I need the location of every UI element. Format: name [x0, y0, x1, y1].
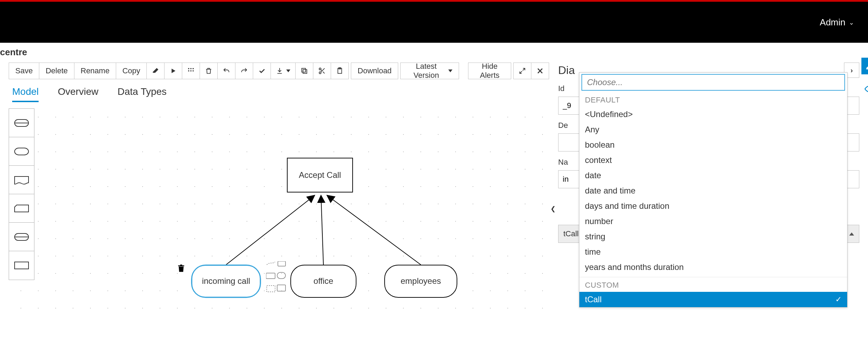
data-type-value: tCall: [563, 229, 579, 238]
svg-rect-19: [278, 261, 286, 266]
svg-point-4: [190, 70, 192, 72]
user-menu[interactable]: Admin ⌄: [820, 17, 854, 28]
play-icon: [169, 67, 177, 75]
download-button[interactable]: Download: [351, 63, 398, 79]
check-icon: [258, 67, 266, 75]
eraser-icon: [152, 67, 159, 75]
dropdown-option[interactable]: string: [579, 229, 847, 244]
expand-icon: [519, 67, 526, 75]
duplicate-icon: [300, 67, 308, 75]
copy-button[interactable]: Copy: [116, 63, 147, 79]
grid-button[interactable]: [182, 63, 200, 79]
duplicate-button[interactable]: [296, 63, 313, 79]
dropdown-option[interactable]: <Undefined>: [579, 107, 847, 122]
eraser-button[interactable]: [147, 63, 164, 79]
dropdown-option[interactable]: time: [579, 244, 847, 260]
expand-button[interactable]: [513, 63, 531, 79]
dropdown-option[interactable]: years and months duration: [579, 260, 847, 275]
user-menu-label: Admin: [820, 17, 845, 28]
caret-down-icon: [286, 69, 290, 72]
dropdown-option[interactable]: date: [579, 168, 847, 183]
dropdown-group-custom: CUSTOM: [579, 277, 847, 292]
trash-icon: [205, 67, 212, 75]
palette-text-annotation[interactable]: [9, 223, 34, 251]
data-type-dropdown: DEFAULT <Undefined> Any boolean context …: [579, 72, 847, 307]
hide-alerts-button[interactable]: Hide Alerts: [468, 63, 511, 79]
svg-rect-6: [303, 69, 307, 73]
tab-overview[interactable]: Overview: [58, 86, 98, 102]
close-icon: [536, 67, 544, 75]
edit-properties-button[interactable]: [861, 58, 868, 74]
diagram-connectors: [9, 105, 551, 320]
decision-icon: [14, 260, 29, 271]
diagram-canvas[interactable]: Accept Call incoming call office employe…: [9, 105, 551, 320]
edit-strip: [861, 58, 868, 97]
knowledge-source-icon: [14, 174, 29, 186]
save-button[interactable]: Save: [9, 63, 39, 79]
palette-decision[interactable]: [9, 251, 34, 280]
validate-button[interactable]: [253, 63, 271, 79]
svg-point-9: [319, 72, 321, 74]
close-button[interactable]: [531, 63, 549, 79]
svg-rect-7: [302, 68, 306, 72]
caret-up-icon: [849, 232, 854, 236]
trash-button[interactable]: [200, 63, 218, 79]
preview-button[interactable]: [861, 81, 868, 97]
version-dropdown[interactable]: Latest Version: [400, 63, 459, 79]
input-node-office[interactable]: office: [290, 265, 356, 298]
tab-data-types[interactable]: Data Types: [118, 86, 167, 102]
delete-button[interactable]: Delete: [39, 63, 74, 79]
context-delete-icon[interactable]: [176, 263, 186, 273]
breadcrumb: centre: [0, 43, 868, 63]
svg-rect-21: [277, 272, 286, 279]
pencil-icon: [865, 61, 868, 71]
decision-service-icon: [14, 117, 29, 129]
svg-rect-15: [15, 262, 29, 269]
redo-button[interactable]: [235, 63, 253, 79]
svg-rect-22: [277, 285, 286, 291]
svg-point-2: [193, 68, 194, 69]
dropdown-search-input[interactable]: [581, 74, 845, 91]
text-annotation-icon: [14, 231, 29, 243]
top-black-bar: Admin ⌄: [0, 2, 868, 43]
editor-tabs: Model Overview Data Types: [9, 86, 551, 102]
palette-decision-service[interactable]: [9, 109, 34, 137]
chevron-down-icon: ⌄: [849, 18, 854, 26]
dropdown-option[interactable]: boolean: [579, 137, 847, 153]
dropdown-option[interactable]: days and time duration: [579, 198, 847, 214]
input-node-employees[interactable]: employees: [384, 265, 457, 298]
input-data-icon: [14, 146, 29, 157]
redo-icon: [240, 67, 248, 75]
tab-model[interactable]: Model: [12, 86, 39, 102]
decision-node[interactable]: Accept Call: [287, 158, 353, 192]
svg-line-17: [321, 195, 323, 265]
undo-button[interactable]: [218, 63, 235, 79]
input-node-incoming-call[interactable]: incoming call: [191, 265, 261, 298]
scissors-icon: [318, 67, 326, 75]
palette-input-data[interactable]: [9, 137, 34, 166]
svg-point-8: [319, 68, 321, 70]
data-type-section-toggle[interactable]: ❯: [550, 205, 556, 213]
svg-line-16: [226, 195, 315, 265]
svg-point-1: [190, 68, 192, 69]
palette-knowledge-source[interactable]: [9, 166, 34, 194]
svg-point-3: [188, 70, 190, 72]
export-dropdown-button[interactable]: [271, 63, 296, 79]
properties-panel: Dia › Id De Na ❯ tCall DEFAULT: [558, 63, 859, 320]
dropdown-option[interactable]: number: [579, 214, 847, 229]
cut-button[interactable]: [313, 63, 331, 79]
dropdown-option-selected[interactable]: tCall ✓: [579, 292, 847, 307]
caret-down-icon: [448, 69, 452, 72]
rename-button[interactable]: Rename: [74, 63, 116, 79]
grid-icon: [187, 67, 195, 75]
dropdown-group-default: DEFAULT: [579, 92, 847, 107]
svg-point-0: [188, 68, 190, 69]
dropdown-option[interactable]: context: [579, 153, 847, 168]
download-icon: [276, 67, 283, 75]
version-label: Latest Version: [407, 62, 445, 80]
play-button[interactable]: [164, 63, 182, 79]
paste-button[interactable]: [331, 63, 349, 79]
dropdown-option[interactable]: date and time: [579, 183, 847, 198]
palette-bkm[interactable]: [9, 194, 34, 223]
dropdown-option[interactable]: Any: [579, 122, 847, 137]
